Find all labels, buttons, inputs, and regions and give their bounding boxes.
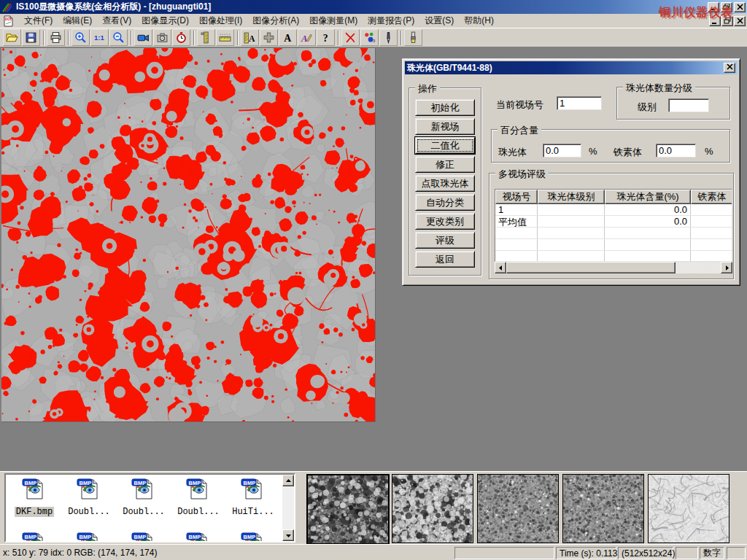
file-item[interactable]: BMP (172, 532, 225, 542)
menu-item-edit[interactable]: 编辑(E) (58, 13, 97, 28)
timer-button[interactable] (172, 29, 190, 46)
init-button[interactable]: 初始化 (415, 99, 475, 116)
toolbar-separator (400, 31, 402, 45)
pick-pearlite-button[interactable]: 点取珠光体 (415, 175, 475, 192)
file-item[interactable]: BMP (117, 532, 170, 542)
text-button[interactable]: A (279, 29, 297, 46)
return-button[interactable]: 返回 (415, 251, 475, 268)
thumbnail-image-3[interactable] (477, 474, 559, 543)
menu-item-image-measure[interactable]: 图像测量(M) (304, 13, 363, 28)
table-cell (538, 251, 605, 262)
scroll-right-button[interactable] (721, 262, 732, 273)
actual-size-button[interactable]: 1:1 (90, 29, 109, 46)
print-button[interactable] (47, 29, 65, 46)
menu-item-view[interactable]: 查看(V) (97, 13, 136, 28)
video-camera-button[interactable] (134, 29, 152, 46)
scroll-up-button[interactable] (282, 475, 294, 486)
table-header-0[interactable]: 视场号 (495, 190, 538, 204)
file-item[interactable]: BMPDKF.bmp (8, 478, 61, 517)
table-header-3[interactable]: 铁素体 (691, 190, 732, 204)
scroll-down-button[interactable] (282, 529, 294, 541)
grade-button[interactable]: 评级 (415, 232, 475, 249)
menu-item-file[interactable]: 文件(F) (19, 13, 58, 28)
measure-text-button[interactable]: A (241, 29, 259, 46)
menu-item-image-analysis[interactable]: 图像分析(A) (247, 13, 304, 28)
table-row[interactable] (495, 251, 732, 262)
grade-group-label: 珠光体数量分级 (623, 82, 695, 95)
pearlite-unit: % (589, 146, 597, 157)
file-list-scrollbar[interactable] (282, 475, 294, 541)
table-header-1[interactable]: 珠光体级别 (538, 190, 605, 204)
file-item[interactable]: BMP (8, 532, 61, 542)
table-row[interactable]: 平均值0.0 (495, 216, 732, 228)
save-button[interactable] (22, 29, 40, 46)
grade-input[interactable] (668, 98, 709, 112)
multifield-table[interactable]: 视场号珠光体级别珠光体含量(%)铁素体10.0平均值0.0 (495, 189, 732, 262)
ferrite-input[interactable] (656, 144, 696, 158)
camera-button[interactable] (153, 29, 171, 46)
print-icon (50, 31, 62, 44)
menu-item-help[interactable]: 帮助(H) (459, 13, 499, 28)
dialog-title-bar[interactable]: 珠光体(GB/T9441-88) (405, 61, 738, 74)
file-name[interactable]: DKF.bmp (15, 507, 54, 517)
file-item[interactable]: BMPDoubl... (172, 478, 225, 517)
menu-item-settings[interactable]: 设置(S) (419, 13, 459, 28)
close-button[interactable] (734, 2, 746, 12)
table-row[interactable] (495, 239, 732, 251)
file-item[interactable]: BMPHuiTi... (227, 478, 279, 517)
table-row[interactable]: 10.0 (495, 204, 732, 216)
annotate-button[interactable]: A (298, 29, 316, 46)
vendor-watermark: 铜川仪器仪表 (659, 5, 733, 20)
status-image-size: (512x512x24) (618, 547, 673, 559)
merge-button[interactable] (260, 29, 278, 46)
table-hscrollbar[interactable] (495, 262, 732, 273)
file-item[interactable]: BMP (63, 532, 115, 542)
classify-balls-button[interactable]: 3 (360, 29, 379, 46)
file-name[interactable]: Doubl... (176, 507, 221, 517)
thumbnail-image-4[interactable] (562, 474, 644, 543)
scroll-left-button[interactable] (495, 262, 506, 273)
svg-text:A: A (249, 34, 255, 44)
scrollbar-track[interactable] (676, 262, 721, 273)
file-browser[interactable]: BMPDKF.bmpBMPDoubl...BMPDoubl...BMPDoubl… (4, 473, 295, 542)
svg-text:BMP: BMP (244, 534, 256, 540)
scrollbar-thumb[interactable] (506, 262, 676, 273)
help-button[interactable]: ? (317, 29, 335, 46)
brush-button[interactable] (404, 29, 422, 46)
pen-button[interactable] (379, 29, 398, 46)
curve-cut-button[interactable] (341, 29, 360, 46)
file-item[interactable]: BMP (227, 532, 279, 542)
file-name[interactable]: Doubl... (66, 507, 112, 517)
annotate-icon: A (301, 31, 313, 44)
bmp-file-icon: BMP (21, 532, 47, 542)
dialog-close-button[interactable] (724, 63, 735, 73)
zoom-in-button[interactable] (71, 29, 90, 46)
file-item[interactable]: BMPDoubl... (117, 478, 170, 517)
document-icon[interactable]: DOC (3, 15, 15, 27)
zoom-out-button[interactable] (109, 29, 128, 46)
thumbnail-image-5[interactable] (648, 474, 729, 543)
thumbnail-image-2[interactable] (392, 474, 473, 543)
ruler-button[interactable] (216, 29, 234, 46)
current-field-input[interactable] (557, 96, 602, 110)
pearlite-input[interactable] (543, 144, 581, 158)
mdi-close-button[interactable] (734, 16, 746, 26)
metallograph-image[interactable] (1, 48, 376, 422)
binarize-button[interactable]: 二值化 (415, 137, 475, 154)
menu-item-image-display[interactable]: 图像显示(D) (136, 13, 194, 28)
caliper-button[interactable] (197, 29, 215, 46)
auto-classify-button[interactable]: 自动分类 (415, 194, 475, 211)
file-name[interactable]: HuiTi... (231, 507, 276, 517)
table-header-2[interactable]: 珠光体含量(%) (605, 190, 691, 204)
ferrite-label: 铁素体 (614, 146, 642, 159)
file-name[interactable]: Doubl... (121, 507, 166, 517)
file-item[interactable]: BMPDoubl... (63, 478, 115, 517)
open-button[interactable] (3, 29, 21, 46)
correct-button[interactable]: 修正 (415, 156, 475, 173)
thumbnail-image-1[interactable] (306, 474, 390, 545)
change-class-button[interactable]: 更改类别 (415, 213, 475, 230)
table-row[interactable] (495, 228, 732, 239)
menu-item-measure-report[interactable]: 测量报告(P) (363, 13, 419, 28)
menu-item-image-processing[interactable]: 图像处理(I) (194, 13, 247, 28)
new-field-button[interactable]: 新视场 (415, 118, 475, 135)
